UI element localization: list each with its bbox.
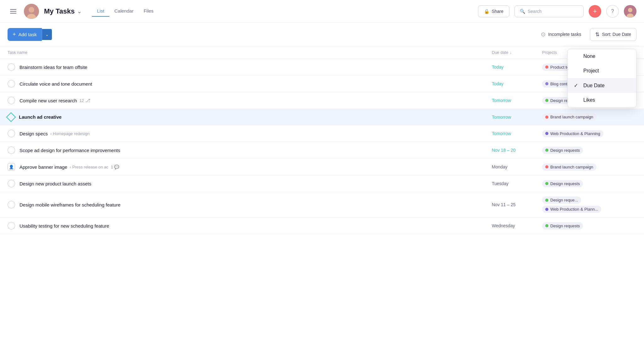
add-task-dropdown-button[interactable]: ⌄ [42, 29, 52, 40]
user-avatar-menu[interactable] [624, 5, 636, 18]
project-tag[interactable]: Brand launch campaign [542, 113, 597, 121]
search-icon: 🔍 [520, 9, 525, 14]
project-dot [545, 224, 548, 227]
task-check-circle[interactable] [8, 97, 15, 104]
project-tag[interactable]: Design requests [542, 147, 583, 154]
table-header: Task name Due date ↓ Projects [0, 46, 644, 59]
project-tag[interactable]: Design requests [542, 222, 583, 230]
create-button[interactable]: + [589, 5, 601, 18]
sort-likes-label: Likes [583, 97, 595, 103]
task-due-date: Wednesday [492, 223, 542, 228]
project-dot [545, 199, 548, 202]
table-row[interactable]: 👤 Approve banner image‹ Press release on… [0, 159, 644, 175]
tab-files[interactable]: Files [139, 6, 159, 17]
table-row[interactable]: Launch ad creative Tomorrow Brand launch… [0, 109, 644, 125]
plus-icon: + [593, 7, 597, 15]
task-name: Compile new user research12 ⎇ [19, 98, 492, 103]
task-name: Launch ad creative [19, 114, 492, 120]
sort-option-project[interactable]: Project [568, 64, 636, 78]
task-projects: Brand launch campaign [542, 113, 636, 121]
task-name: Design mobile wireframes for scheduling … [19, 202, 492, 207]
project-tag[interactable]: Brand launch campaign [542, 163, 597, 171]
task-due-date: Tomorrow [492, 115, 542, 120]
task-check-circle[interactable] [8, 130, 15, 137]
project-label: Design reque... [550, 198, 578, 202]
task-check-circle[interactable] [8, 201, 15, 208]
table-row[interactable]: Design mobile wireframes for scheduling … [0, 192, 644, 218]
task-check-circle[interactable] [8, 180, 15, 187]
project-label: Web Production & Plann... [550, 207, 598, 212]
task-list: Brainstorm ideas for team offsite Today … [0, 59, 644, 234]
sort-option-due-date[interactable]: ✓ Due Date [568, 78, 636, 93]
hamburger-menu[interactable] [8, 7, 19, 16]
project-dot [545, 116, 548, 119]
task-check-circle[interactable] [8, 63, 15, 71]
main-content: Task name Due date ↓ Projects Brainstorm… [0, 46, 644, 234]
task-parent: ‹ Homepage redesign [50, 131, 90, 136]
col-date-header[interactable]: Due date ↓ [492, 50, 542, 55]
task-projects: Design requests [542, 222, 636, 230]
search-bar[interactable]: 🔍 Search [514, 5, 584, 17]
page-title: My Tasks [44, 7, 75, 15]
title-dropdown-chevron[interactable]: ⌄ [77, 8, 82, 15]
table-row[interactable]: Scope ad design for performance improvem… [0, 142, 644, 159]
tab-calendar[interactable]: Calendar [109, 6, 139, 17]
project-tag[interactable]: Web Production & Plann... [542, 206, 601, 213]
task-projects: Design reque... Web Production & Plann..… [542, 196, 636, 213]
sort-icon: ⇅ [595, 31, 599, 37]
task-name-text: Usability testing for new scheduling fea… [19, 223, 109, 229]
add-task-button-group: + Add task ⌄ [8, 28, 52, 41]
task-projects: Web Production & Planning [542, 130, 636, 137]
table-row[interactable]: Design new product launch assets Tuesday… [0, 175, 644, 192]
task-check-circle[interactable] [8, 146, 15, 154]
task-due-date: Nov 11 – 25 [492, 202, 542, 207]
task-due-date: Today [492, 65, 542, 70]
task-name: Design specs‹ Homepage redesign [19, 131, 492, 136]
task-name-text: Design mobile wireframes for scheduling … [19, 202, 120, 207]
col-projects-label: Projects [542, 50, 557, 55]
task-due-date: Nov 18 – 20 [492, 148, 542, 153]
table-row[interactable]: Circulate voice and tone document Today … [0, 76, 644, 92]
task-check-diamond[interactable] [6, 112, 16, 122]
sort-button[interactable]: ⇅ Sort: Due Date [590, 28, 636, 41]
project-tag[interactable]: Design reque... [542, 196, 581, 204]
sort-none-label: None [583, 54, 595, 59]
task-check-circle[interactable] [8, 80, 15, 88]
search-placeholder: Search [528, 9, 541, 14]
add-task-chevron-icon: ⌄ [45, 32, 49, 37]
add-task-plus-icon: + [13, 31, 16, 38]
task-check-person[interactable]: 👤 [8, 163, 15, 171]
task-name-text: Approve banner image [19, 164, 67, 170]
sort-dropdown: None Project ✓ Due Date Likes [567, 49, 636, 108]
table-row[interactable]: Design specs‹ Homepage redesign Tomorrow… [0, 125, 644, 142]
sort-option-none[interactable]: None [568, 49, 636, 64]
sort-project-label: Project [583, 68, 599, 74]
task-name: Scope ad design for performance improvem… [19, 148, 492, 153]
incomplete-tasks-check-icon: ⊙ [541, 31, 546, 38]
share-button[interactable]: 🔒 Share [478, 5, 509, 17]
task-name-text: Launch ad creative [19, 114, 62, 120]
project-label: Design requests [550, 148, 580, 153]
incomplete-tasks-button[interactable]: ⊙ Incomplete tasks [536, 28, 586, 41]
task-due-date: Tomorrow [492, 131, 542, 136]
project-tag[interactable]: Web Production & Planning [542, 130, 603, 137]
toolbar: + Add task ⌄ ⊙ Incomplete tasks ⇅ Sort: … [0, 23, 644, 46]
add-task-label: Add task [19, 32, 37, 37]
task-name-text: Compile new user research [19, 98, 77, 103]
sort-arrow-icon: ↓ [510, 50, 512, 55]
user-avatar-large [24, 4, 39, 19]
help-button[interactable]: ? [606, 5, 619, 18]
project-tag[interactable]: Design requests [542, 180, 583, 187]
task-check-circle[interactable] [8, 222, 15, 230]
table-row[interactable]: Brainstorm ideas for team offsite Today … [0, 59, 644, 76]
project-dot [545, 165, 548, 168]
table-row[interactable]: Usability testing for new scheduling fea… [0, 218, 644, 234]
table-row[interactable]: Compile new user research12 ⎇ Tomorrow D… [0, 92, 644, 109]
add-task-main-button[interactable]: + Add task [8, 28, 42, 41]
col-date-label: Due date [492, 50, 508, 55]
tab-list[interactable]: List [92, 6, 109, 17]
task-name: Design new product launch assets [19, 181, 492, 186]
share-label: Share [492, 9, 503, 14]
project-dot [545, 82, 548, 85]
sort-option-likes[interactable]: Likes [568, 93, 636, 107]
